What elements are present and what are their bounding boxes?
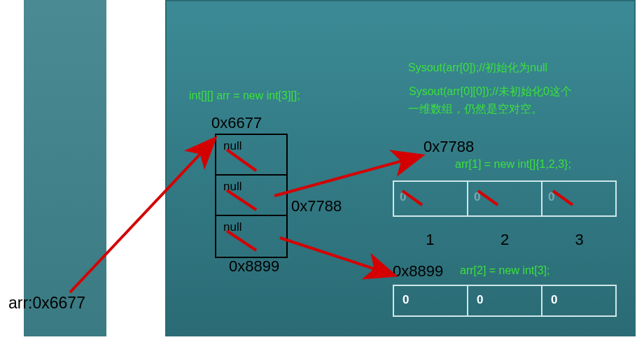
- main-cell-1: null: [216, 176, 286, 216]
- code-sysout2a: Sysout(arr[0][0]);//未初始化0这个: [409, 85, 572, 99]
- code-sysout1: Sysout(arr[0]);//初始化为null: [408, 61, 547, 76]
- arr1-idx-1: 2: [468, 231, 542, 249]
- addr-main: 0x6677: [211, 114, 262, 132]
- main-array-table: null null null: [215, 134, 288, 258]
- arr-variable-label: arr:0x6677: [8, 294, 85, 313]
- code-sysout2b: 一维数组，仍然是空对空。: [408, 102, 542, 117]
- arr2-cell-0: 0: [394, 286, 468, 315]
- arr1-cell-0: 0: [394, 182, 468, 215]
- arr2-val-1: 0: [477, 293, 483, 306]
- arr1-ghost-1: 0: [474, 190, 480, 204]
- arr1-ghost-0: 0: [400, 190, 406, 204]
- main-cell-0: null: [216, 135, 286, 176]
- arr2-val-2: 0: [551, 293, 557, 306]
- arr2-cell-2: 0: [542, 286, 615, 315]
- addr-arr2label: 0x8899: [393, 262, 443, 280]
- arr1-table: 0 0 0: [393, 180, 617, 217]
- arr2-table: 0 0 0: [393, 285, 617, 317]
- arr1-cell-1: 0: [468, 182, 542, 215]
- arr2-cell-1: 0: [468, 286, 542, 315]
- arr1-cell-2: 0: [542, 182, 615, 215]
- arr1-indices: 1 2 3: [393, 231, 617, 249]
- addr-arr2below: 0x8899: [229, 257, 279, 276]
- arr1-idx-2: 3: [542, 231, 617, 249]
- main-cell-2: null: [216, 216, 286, 257]
- code-assign2: arr[2] = new int[3];: [460, 264, 550, 277]
- arr2-val-0: 0: [402, 293, 409, 306]
- code-assign1: arr[1] = new int[]{1,2,3};: [455, 158, 571, 171]
- code-declare: int[][] arr = new int[3][];: [189, 90, 300, 102]
- watermark: @51CTO博客: [582, 341, 638, 353]
- addr-arr1cell: 0x7788: [291, 197, 340, 215]
- arr1-ghost-2: 0: [548, 190, 554, 204]
- addr-arr1: 0x7788: [424, 138, 474, 156]
- left-panel: [24, 0, 106, 336]
- arr1-idx-0: 1: [393, 231, 468, 249]
